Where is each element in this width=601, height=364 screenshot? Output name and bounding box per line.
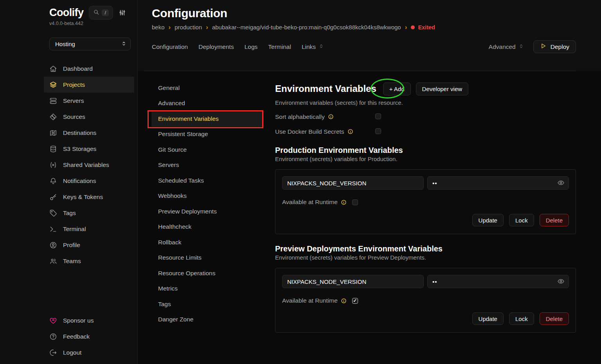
info-icon[interactable] — [347, 129, 353, 134]
delete-button[interactable]: Delete — [540, 312, 569, 325]
sidebar-item-destinations[interactable]: Destinations — [44, 125, 134, 141]
subnav-item-scheduled-tasks[interactable]: Scheduled Tasks — [151, 173, 263, 188]
variable-icon — [49, 161, 57, 169]
subnav-item-tags[interactable]: Tags — [151, 296, 263, 312]
sidebar-item-projects[interactable]: Projects — [44, 77, 134, 93]
chevron-up-down-icon — [518, 43, 524, 50]
user-icon — [49, 241, 57, 249]
team-selector[interactable]: Hosting — [49, 38, 131, 50]
subnav-item-persistent-storage[interactable]: Persistent Storage — [151, 127, 263, 142]
lock-button[interactable]: Lock — [509, 312, 534, 325]
variable-value-input[interactable] — [427, 176, 569, 190]
sort-alphabetically-checkbox[interactable] — [375, 113, 381, 119]
sidebar-nav: Dashboard Projects Servers Sources Desti… — [44, 61, 137, 269]
available-at-runtime-label: Available at Runtime — [282, 297, 338, 304]
app-logo: Coolify — [49, 7, 83, 19]
sidebar-item-label: Keys & Tokens — [63, 194, 103, 201]
tab-links[interactable]: Links — [302, 43, 324, 50]
chevron-right-icon: › — [169, 24, 171, 30]
search-button[interactable]: / — [89, 6, 113, 20]
sidebar-item-shared-variables[interactable]: Shared Variables — [44, 157, 134, 173]
sidebar-item-terminal[interactable]: Terminal — [44, 221, 134, 237]
subnav-item-resource-operations[interactable]: Resource Operations — [151, 265, 263, 281]
subnav-item-git-source[interactable]: Git Source — [151, 142, 263, 158]
subnav-item-environment-variables[interactable]: Environment Variables — [151, 111, 263, 127]
info-icon[interactable] — [341, 298, 347, 304]
env-variable-card: Available at Runtime ✓ Update Lock Delet… — [275, 268, 576, 333]
sidebar-item-notifications[interactable]: Notifications — [44, 173, 134, 189]
subnav-item-preview-deployments[interactable]: Preview Deployments — [151, 204, 263, 219]
variable-name-input[interactable] — [282, 275, 424, 288]
sidebar-footer: Sponsor us Feedback Logout — [44, 312, 134, 360]
subnav-item-danger-zone[interactable]: Danger Zone — [151, 312, 263, 328]
environment-variables-panel: Environment Variables + Add Developer vi… — [275, 79, 576, 333]
subnav-item-resource-limits[interactable]: Resource Limits — [151, 250, 263, 266]
panel-subtitle: Environment variables (secrets) for this… — [275, 99, 576, 106]
tab-deployments[interactable]: Deployments — [198, 43, 234, 50]
sidebar-item-dashboard[interactable]: Dashboard — [44, 61, 134, 77]
sidebar-item-label: Destinations — [63, 129, 96, 136]
subnav-item-metrics[interactable]: Metrics — [151, 281, 263, 297]
variable-value-input[interactable] — [427, 275, 569, 288]
sidebar-item-label: Sources — [63, 113, 85, 120]
sidebar-item-label: S3 Storages — [63, 145, 96, 152]
sidebar-item-keys-tokens[interactable]: Keys & Tokens — [44, 189, 134, 205]
subnav-item-healthcheck[interactable]: Healthcheck — [151, 219, 263, 235]
sidebar-item-label: Shared Variables — [63, 161, 109, 169]
lock-button[interactable]: Lock — [509, 214, 534, 226]
breadcrumb-resource[interactable]: abubakar--meigag/vid-tube-beko-pro:main-… — [212, 24, 401, 30]
docker-build-secrets-checkbox[interactable] — [375, 128, 381, 134]
available-at-runtime-label: Available at Runtime — [282, 199, 338, 206]
subnav-item-advanced[interactable]: Advanced — [151, 96, 263, 111]
env-variable-card: Available at Runtime Update Lock Delete — [275, 169, 576, 234]
logout-icon — [49, 349, 57, 357]
eye-icon[interactable] — [557, 179, 565, 186]
variable-value-wrap — [427, 275, 569, 288]
advanced-dropdown[interactable]: Advanced — [489, 43, 524, 50]
status-label: Exited — [418, 24, 435, 30]
tag-icon — [49, 209, 57, 217]
sidebar-item-s3-storages[interactable]: S3 Storages — [44, 141, 134, 157]
sidebar-item-feedback[interactable]: Feedback — [44, 328, 134, 344]
deploy-button[interactable]: Deploy — [533, 40, 576, 53]
sidebar-item-profile[interactable]: Profile — [44, 237, 134, 253]
developer-view-button[interactable]: Developer view — [416, 82, 469, 95]
info-icon[interactable] — [341, 199, 347, 205]
users-icon — [49, 257, 57, 265]
subnav-item-rollback[interactable]: Rollback — [151, 235, 263, 250]
available-at-runtime-row: Available at Runtime — [282, 199, 569, 206]
tab-logs[interactable]: Logs — [245, 43, 258, 50]
subnav-item-servers[interactable]: Servers — [151, 158, 263, 173]
map-icon — [49, 129, 57, 137]
home-icon — [49, 65, 57, 73]
update-button[interactable]: Update — [472, 312, 504, 325]
sidebar-item-tags[interactable]: Tags — [44, 205, 134, 221]
available-at-runtime-checkbox[interactable] — [352, 199, 358, 205]
docker-build-secrets-row: Use Docker Build Secrets — [275, 127, 576, 136]
variable-name-input[interactable] — [282, 176, 424, 190]
breadcrumb-environment[interactable]: production — [175, 24, 202, 30]
update-button[interactable]: Update — [472, 214, 504, 226]
subnav-item-webhooks[interactable]: Webhooks — [151, 188, 263, 204]
sidebar-item-teams[interactable]: Teams — [44, 253, 134, 269]
settings-sliders-icon[interactable] — [119, 9, 126, 16]
docker-build-secrets-label: Use Docker Build Secrets — [275, 128, 344, 135]
sidebar-item-sponsor-us[interactable]: Sponsor us — [44, 312, 134, 328]
delete-button[interactable]: Delete — [540, 214, 569, 226]
sidebar-item-sources[interactable]: Sources — [44, 109, 134, 125]
sidebar-item-label: Tags — [63, 210, 76, 217]
breadcrumb-team[interactable]: beko — [152, 24, 165, 30]
key-icon — [49, 193, 57, 201]
subnav-item-general[interactable]: General — [151, 80, 263, 96]
heart-icon — [49, 317, 57, 325]
eye-icon[interactable] — [557, 278, 565, 285]
server-icon — [49, 97, 57, 105]
info-icon[interactable] — [328, 114, 334, 120]
sidebar-item-servers[interactable]: Servers — [44, 93, 134, 109]
tab-configuration[interactable]: Configuration — [152, 43, 188, 50]
available-at-runtime-checkbox[interactable]: ✓ — [352, 298, 358, 304]
tab-terminal[interactable]: Terminal — [268, 43, 291, 50]
sidebar-item-logout[interactable]: Logout — [44, 344, 134, 360]
add-variable-button[interactable]: + Add — [383, 82, 411, 95]
search-shortcut-key: / — [102, 9, 109, 16]
